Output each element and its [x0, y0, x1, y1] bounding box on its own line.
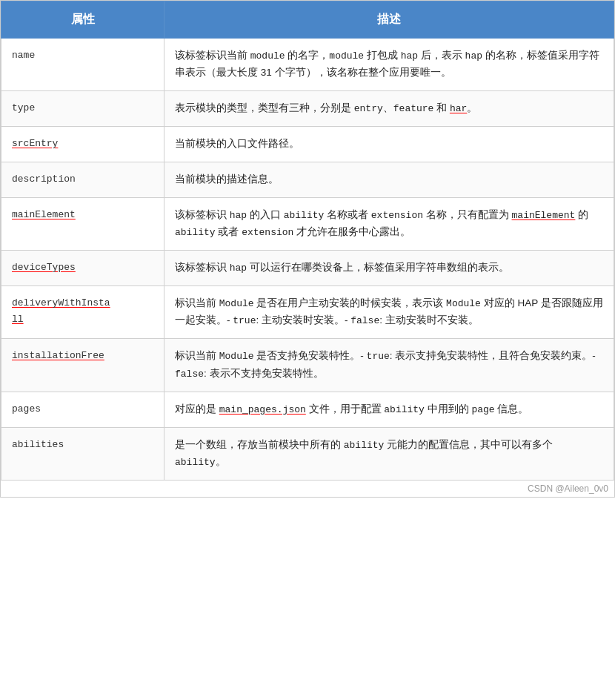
desc-text: 。 [467, 102, 477, 113]
desc-code: false [350, 315, 379, 326]
desc-code: extension [242, 227, 293, 238]
property-description: 该标签标识当前 module 的名字，module 打包成 hap 后，表示 h… [164, 39, 614, 91]
property-name: installationFree [1, 339, 164, 392]
desc-text: 的入口 [247, 209, 284, 220]
properties-table: 属性 描述 name该标签标识当前 module 的名字，module 打包成 … [1, 1, 614, 481]
desc-text: 才允许在服务中心露出。 [293, 226, 410, 237]
desc-code: feature [393, 103, 434, 114]
table-row: mainElement该标签标识 hap 的入口 ability 名称或者 ex… [1, 198, 614, 251]
property-description: 当前模块的描述信息。 [164, 162, 614, 198]
desc-text: 、 [383, 102, 393, 113]
table-row: description当前模块的描述信息。 [1, 162, 614, 198]
desc-code: false [175, 369, 204, 380]
desc-text: 该标签标识 [175, 262, 230, 273]
table-row: name该标签标识当前 module 的名字，module 打包成 hap 后，… [1, 39, 614, 91]
desc-text: 的名字， [285, 50, 330, 61]
desc-code-underline: main_pages.json [219, 404, 306, 415]
header-col-description: 描述 [164, 1, 614, 39]
desc-text: 文件，用于配置 [306, 403, 385, 415]
property-name: srcEntry [1, 127, 164, 162]
desc-text: 的 [575, 209, 588, 220]
property-description: 标识当前 Module 是否支持免安装特性。- true: 表示支持免安装特性，… [164, 339, 614, 392]
desc-text: 名称，只有配置为 [423, 209, 512, 220]
desc-text: 。 [216, 456, 226, 467]
desc-code: entry [354, 103, 383, 114]
desc-code: true [367, 351, 390, 362]
property-name: deliveryWithInsta ll [1, 286, 164, 339]
table-row: installationFree标识当前 Module 是否支持免安装特性。- … [1, 339, 614, 392]
desc-text: 和 [433, 102, 450, 113]
desc-code: true [233, 315, 256, 326]
desc-text: 信息。 [495, 403, 529, 415]
desc-code: ability [344, 440, 385, 451]
desc-text: 是否在用户主动安装的时候安装，表示该 [254, 297, 447, 308]
desc-text: 或者 [216, 226, 242, 237]
desc-text: : 表示不支持免安装特性。 [204, 368, 324, 379]
table-row: deviceTypes该标签标识 hap 可以运行在哪类设备上，标签值采用字符串… [1, 251, 614, 286]
property-name: mainElement [1, 198, 164, 251]
desc-code: hap [230, 210, 247, 221]
table-row: abilities是一个数组，存放当前模块中所有的 ability 元能力的配置… [1, 427, 614, 480]
desc-code: module [329, 50, 364, 62]
desc-code: Module [219, 351, 254, 362]
table-row: deliveryWithInsta ll标识当前 Module 是否在用户主动安… [1, 286, 614, 339]
property-name: name [1, 39, 164, 91]
property-name: deviceTypes [1, 251, 164, 286]
property-description: 是一个数组，存放当前模块中所有的 ability 元能力的配置信息，其中可以有多… [164, 427, 614, 480]
property-description: 该标签标识 hap 的入口 ability 名称或者 extension 名称，… [164, 198, 614, 251]
property-description: 当前模块的入口文件路径。 [164, 127, 614, 162]
desc-text: 元能力的配置信息，其中可以有多个 [384, 439, 553, 450]
desc-code: ability [175, 227, 216, 238]
watermark: CSDN @Aileen_0v0 [1, 481, 614, 497]
desc-code: extension [371, 210, 423, 221]
desc-text: 可以运行在哪类设备上，标签值采用字符串数组的表示。 [247, 262, 509, 273]
table-row: type表示模块的类型，类型有三种，分别是 entry、feature 和 ha… [1, 91, 614, 127]
property-name: pages [1, 392, 164, 427]
property-description: 标识当前 Module 是否在用户主动安装的时候安装，表示该 Module 对应… [164, 286, 614, 339]
property-name: description [1, 162, 164, 198]
desc-code: ability [284, 210, 325, 221]
desc-text: 是否支持免安装特性。- [254, 350, 367, 361]
desc-text: 中用到的 [425, 403, 472, 415]
desc-text: 当前模块的描述信息。 [175, 174, 279, 185]
desc-text: 标识当前 [175, 297, 219, 308]
desc-code: hap [465, 50, 482, 62]
desc-text: : 表示支持免安装特性，且符合免安装约束。- [390, 350, 596, 361]
table-row: srcEntry当前模块的入口文件路径。 [1, 127, 614, 162]
table-row: pages对应的是 main_pages.json 文件，用于配置 abilit… [1, 392, 614, 427]
property-description: 对应的是 main_pages.json 文件，用于配置 ability 中用到… [164, 392, 614, 427]
desc-code: ability [384, 404, 425, 415]
desc-text: 标识当前 [175, 350, 219, 361]
desc-code: module [250, 50, 285, 62]
desc-text: 是一个数组，存放当前模块中所有的 [175, 439, 344, 450]
desc-text: 表示模块的类型，类型有三种，分别是 [175, 102, 354, 113]
desc-text: 该标签标识 [175, 209, 230, 220]
property-name: type [1, 91, 164, 127]
desc-text: 名称或者 [324, 209, 371, 220]
desc-code: Module [219, 298, 254, 309]
desc-text: 对应的是 [175, 403, 219, 415]
table-header-row: 属性 描述 [1, 1, 614, 39]
desc-text: : 主动安装时不安装。 [379, 314, 479, 326]
desc-code: Module [446, 298, 481, 309]
desc-code: page [471, 404, 494, 415]
desc-text: 打包成 [364, 50, 401, 61]
desc-code: ability [175, 457, 216, 468]
desc-text: 当前模块的入口文件路径。 [175, 138, 299, 149]
desc-text: 后，表示 [418, 50, 465, 61]
desc-code-underline: har [450, 103, 467, 114]
desc-text: 该标签标识当前 [175, 50, 250, 61]
desc-code: hap [401, 50, 418, 62]
property-name: abilities [1, 427, 164, 480]
header-col-property: 属性 [1, 1, 164, 39]
desc-code: hap [230, 262, 247, 274]
table-body: name该标签标识当前 module 的名字，module 打包成 hap 后，… [1, 39, 614, 481]
main-table-container: 属性 描述 name该标签标识当前 module 的名字，module 打包成 … [0, 0, 615, 498]
desc-text: : 主动安装时安装。- [256, 314, 350, 326]
property-description: 表示模块的类型，类型有三种，分别是 entry、feature 和 har。 [164, 91, 614, 127]
property-description: 该标签标识 hap 可以运行在哪类设备上，标签值采用字符串数组的表示。 [164, 251, 614, 286]
desc-code-underline: mainElement [512, 210, 576, 221]
